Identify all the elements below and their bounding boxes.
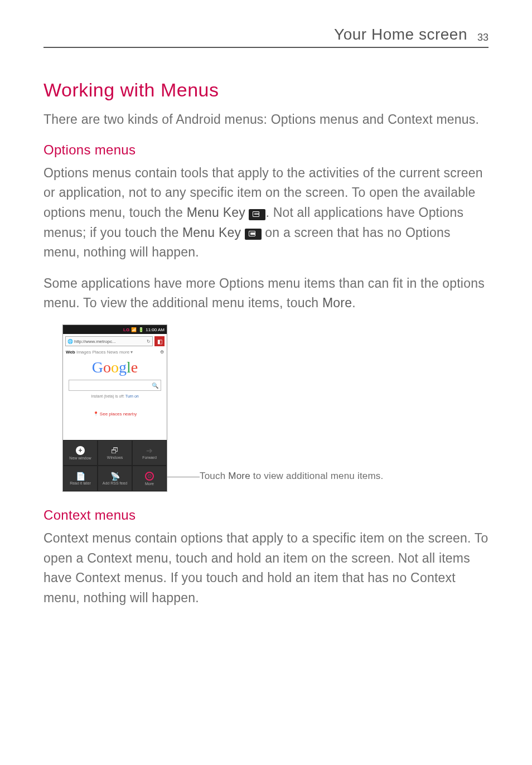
battery-icon: 🔋 <box>138 327 144 332</box>
forward-icon: ➔ <box>146 447 153 454</box>
menu-label: Forward <box>142 456 157 459</box>
nav-web[interactable]: Web <box>66 350 75 355</box>
globe-icon: 🌐 <box>67 339 73 344</box>
text <box>245 205 249 220</box>
context-paragraph: Context menus contain options that apply… <box>43 529 489 608</box>
text: . <box>352 296 356 310</box>
callout-leader-line <box>166 477 200 477</box>
refresh-icon[interactable]: ↻ <box>147 339 151 344</box>
menu-new-window[interactable]: + New window <box>63 440 98 466</box>
more-label: More <box>228 471 250 481</box>
url-input[interactable]: 🌐 http://www.metropc... ↻ <box>65 336 153 346</box>
status-bar: LG 📶 🔋 11:00 AM <box>63 325 167 334</box>
menu-label: More <box>145 482 154 486</box>
read-later-icon: 📄 <box>76 472 85 480</box>
heading-context-menus: Context menus <box>43 507 489 523</box>
text: Some applications have more Options menu… <box>43 276 485 311</box>
options-menu-grid: + New window 🗗 Windows ➔ Forward 📄 Read … <box>63 440 167 491</box>
page: Your Home screen 33 Working with Menus T… <box>0 0 532 608</box>
url-text: http://www.metropc... <box>74 339 147 344</box>
menu-windows[interactable]: 🗗 Windows <box>98 440 132 466</box>
heading-working-with-menus: Working with Menus <box>43 79 489 101</box>
instant-text: Instant (beta) is off: Turn on <box>63 394 167 398</box>
options-paragraph-1: Options menus contain tools that apply t… <box>43 163 489 263</box>
intro-paragraph: There are two kinds of Android menus: Op… <box>43 110 489 130</box>
header-section: Your Home screen <box>334 26 467 43</box>
text: to view additional menu items. <box>250 471 384 481</box>
menu-label: Add RSS feed <box>103 481 127 485</box>
signal-icon: 📶 <box>131 327 137 332</box>
heading-options-menus: Options menus <box>43 142 489 158</box>
menu-key-label: Menu Key <box>182 225 241 240</box>
nav-rest[interactable]: Images Places News more ▾ <box>75 350 133 355</box>
rss-icon: 📡 <box>110 472 120 480</box>
text <box>241 225 245 240</box>
options-paragraph-2: Some applications have more Options menu… <box>43 274 489 313</box>
url-bar-row: 🌐 http://www.metropc... ↻ ◧ <box>63 334 167 348</box>
google-logo: Google <box>63 356 167 380</box>
bookmark-button[interactable]: ◧ <box>154 336 165 346</box>
plus-icon: + <box>76 446 85 455</box>
text: Touch <box>200 471 228 481</box>
menu-forward[interactable]: ➔ Forward <box>132 440 167 466</box>
search-icon: 🔍 <box>152 382 158 389</box>
places-link[interactable]: See places nearby <box>63 411 167 417</box>
menu-add-rss[interactable]: 📡 Add RSS feed <box>98 466 132 491</box>
menu-label: Read it later <box>70 481 91 485</box>
menu-key-label: Menu Key <box>187 205 245 220</box>
search-input[interactable]: 🔍 <box>69 380 161 391</box>
menu-key-icon <box>249 209 265 220</box>
menu-label: Windows <box>107 456 123 459</box>
google-nav-links: Web Images Places News more ▾⚙ <box>63 348 167 356</box>
menu-more[interactable]: ⊙ More <box>132 466 167 491</box>
figure-row: LG 📶 🔋 11:00 AM 🌐 http://www.metropc... … <box>62 325 489 492</box>
status-time: 11:00 AM <box>146 327 165 332</box>
header-page-number: 33 <box>477 32 489 43</box>
status-carrier: LG <box>123 327 129 332</box>
phone-screenshot: LG 📶 🔋 11:00 AM 🌐 http://www.metropc... … <box>62 325 167 492</box>
more-icon: ⊙ <box>145 472 154 481</box>
gear-icon[interactable]: ⚙ <box>160 350 164 355</box>
text: Instant (beta) is off: <box>91 394 125 398</box>
instant-turn-on-link[interactable]: Turn on <box>125 394 139 398</box>
windows-icon: 🗗 <box>111 447 119 454</box>
menu-read-later[interactable]: 📄 Read it later <box>63 466 98 491</box>
page-header: Your Home screen 33 <box>43 26 489 48</box>
more-label: More <box>322 296 352 310</box>
menu-label: New window <box>69 456 91 460</box>
callout-text: Touch More to view additional menu items… <box>200 471 384 482</box>
menu-key-icon <box>245 229 262 240</box>
